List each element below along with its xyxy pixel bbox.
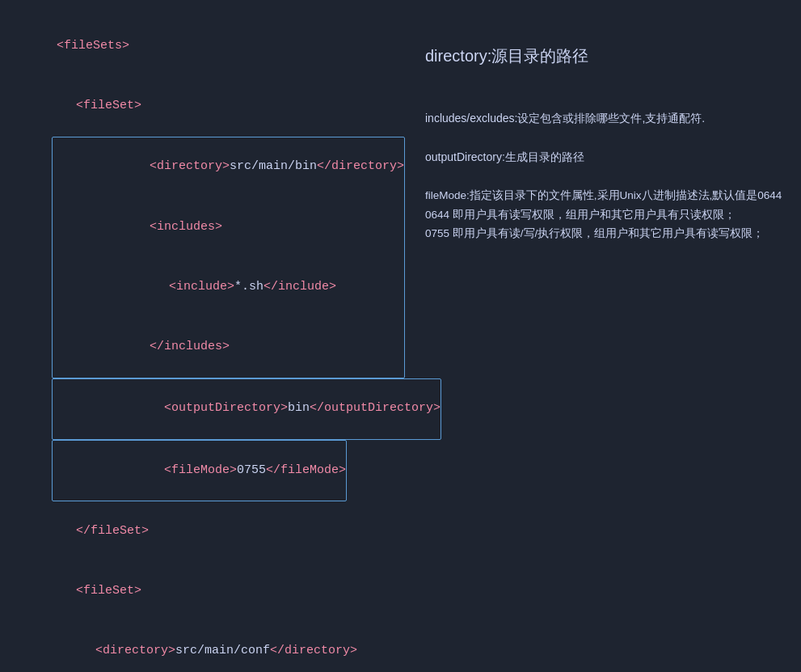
annotation-output-text: outputDirectory:生成目录的路径 <box>425 150 584 163</box>
tag-text: <fileSets> <box>57 39 129 53</box>
code-line: <fileMode>0755</fileMode> <box>91 441 346 501</box>
annotation-title-1: directory:源目录的路径 <box>425 45 788 67</box>
tag-text: <fileSet> <box>76 99 141 112</box>
code-text: *.sh <box>234 280 263 294</box>
highlight-box-3: <fileMode>0755</fileMode> <box>52 440 347 501</box>
tag-text: </fileMode> <box>266 463 346 477</box>
annotation-filemode-line2: 0755 即用户具有读/写/执行权限，组用户和其它用户具有读写权限； <box>425 224 788 243</box>
code-line: <fileSet> <box>13 76 399 136</box>
annotation-output-dir: outputDirectory:生成目录的路径 <box>425 150 788 165</box>
tag-text: <outputDirectory> <box>164 401 288 415</box>
highlight-box-1: <directory>src/main/bin</directory> <inc… <box>52 137 405 378</box>
tag-text: </directory> <box>270 644 357 657</box>
annotation-filemode-line1: 0644 即用户具有读写权限，组用户和其它用户具有只读权限； <box>425 205 788 225</box>
code-text: 0755 <box>237 463 266 477</box>
tag-text: <fileMode> <box>164 463 237 477</box>
annotation-subtitle-text: includes/excludes:设定包含或排除哪些文件,支持通配符. <box>425 112 705 125</box>
code-line: <fileSets> <box>13 16 399 76</box>
code-line: </fileSet> <box>13 501 399 561</box>
annotation-filemode: fileMode:指定该目录下的文件属性,采用Unix八进制描述法,默认值是06… <box>425 186 788 243</box>
tag-text: <directory> <box>95 644 175 657</box>
tag-text: </fileSet> <box>76 524 149 538</box>
tag-text: </include> <box>263 280 336 294</box>
code-line: <fileSet> <box>13 561 399 621</box>
code-line: <includes> <box>91 197 404 257</box>
code-text: bin <box>288 401 310 415</box>
code-line: <include>*.sh</include> <box>91 257 404 317</box>
tag-text: <fileSet> <box>76 584 141 598</box>
tag-text: <directory> <box>150 159 230 173</box>
tag-text: <include> <box>169 280 234 294</box>
code-line: </includes> <box>91 317 404 377</box>
highlight-box-2: <outputDirectory>bin</outputDirectory> <box>52 378 441 440</box>
code-text: src/main/conf <box>175 644 270 657</box>
annotation-panel: directory:源目录的路径 includes/excludes:设定包含或… <box>412 8 801 672</box>
code-line: <directory>src/main/bin</directory> <box>91 137 404 197</box>
main-container: <fileSets> <fileSet> <directory>src/main… <box>0 0 801 672</box>
highlight-box-3-wrapper: <fileMode>0755</fileMode> <box>13 440 399 501</box>
tag-text: <includes> <box>150 220 222 234</box>
tag-text: </directory> <box>317 159 404 173</box>
code-panel: <fileSets> <fileSet> <directory>src/main… <box>0 8 412 672</box>
annotation-subtitle-1: includes/excludes:设定包含或排除哪些文件,支持通配符. <box>425 112 788 126</box>
code-text: src/main/bin <box>230 159 317 173</box>
highlight-box-2-wrapper: <outputDirectory>bin</outputDirectory> <box>13 378 399 440</box>
code-line: <outputDirectory>bin</outputDirectory> <box>91 379 441 439</box>
code-line: <directory>src/main/conf</directory> <box>13 622 399 673</box>
annotation-filemode-label: fileMode:指定该目录下的文件属性,采用Unix八进制描述法,默认值是06… <box>425 186 788 205</box>
tag-text: </includes> <box>150 340 230 353</box>
annotation-title-text: directory:源目录的路径 <box>425 47 588 65</box>
